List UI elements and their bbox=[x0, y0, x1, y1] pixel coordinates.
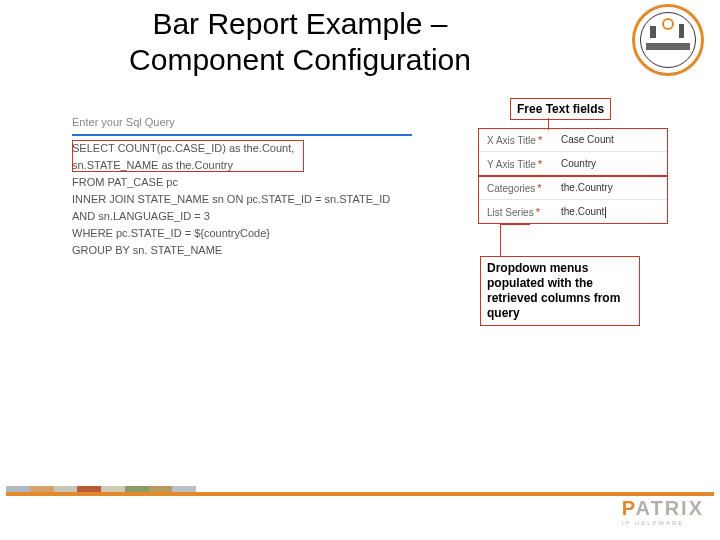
callout-connector-icon bbox=[500, 224, 501, 256]
sql-line: AND sn.LANGUAGE_ID = 3 bbox=[72, 208, 412, 225]
divider bbox=[72, 134, 412, 136]
page-title: Bar Report Example – Component Configura… bbox=[80, 6, 520, 78]
list-series-row: List Series* the.Count bbox=[479, 200, 668, 224]
x-axis-title-row: X Axis Title* Case Count bbox=[479, 128, 668, 152]
chart-config-panel: X Axis Title* Case Count Y Axis Title* C… bbox=[478, 128, 668, 224]
sql-line: SELECT COUNT(pc.CASE_ID) as the.Count, bbox=[72, 140, 412, 157]
sql-line: WHERE pc.STATE_ID = ${countryCode} bbox=[72, 225, 412, 242]
brand-logo: PATRIX IP HELPWARE bbox=[622, 497, 704, 526]
x-axis-title-label: X Axis Title* bbox=[479, 134, 557, 146]
sql-query-textarea[interactable]: SELECT COUNT(pc.CASE_ID) as the.Count, s… bbox=[72, 140, 412, 259]
free-text-callout: Free Text fields bbox=[510, 98, 611, 120]
callout-connector-icon bbox=[548, 118, 549, 130]
sql-line: GROUP BY sn. STATE_NAME bbox=[72, 242, 412, 259]
brand-subtitle: IP HELPWARE bbox=[622, 520, 704, 526]
text-cursor-icon bbox=[605, 207, 606, 218]
list-series-select[interactable]: the.Count bbox=[557, 206, 606, 218]
categories-select[interactable]: the.Country bbox=[557, 182, 613, 193]
footer-bar bbox=[6, 492, 714, 496]
list-series-label: List Series* bbox=[479, 206, 557, 218]
y-axis-title-input[interactable]: Country bbox=[557, 158, 596, 169]
sql-line: FROM PAT_CASE pc bbox=[72, 174, 412, 191]
conference-badge-icon bbox=[632, 4, 704, 76]
brand-name-rest: ATRIX bbox=[635, 497, 704, 519]
y-axis-title-row: Y Axis Title* Country bbox=[479, 152, 668, 176]
dropdown-callout: Dropdown menus populated with the retrie… bbox=[480, 256, 640, 326]
sql-query-section: Enter your Sql Query SELECT COUNT(pc.CAS… bbox=[72, 116, 412, 259]
x-axis-title-input[interactable]: Case Count bbox=[557, 134, 614, 145]
categories-row: Categories* the.Country bbox=[479, 176, 668, 200]
callout-connector-icon bbox=[500, 224, 530, 225]
sql-line: sn.STATE_NAME as the.Country bbox=[72, 157, 412, 174]
y-axis-title-label: Y Axis Title* bbox=[479, 158, 557, 170]
sql-query-label: Enter your Sql Query bbox=[72, 116, 412, 128]
categories-label: Categories* bbox=[479, 182, 557, 194]
sql-line: INNER JOIN STATE_NAME sn ON pc.STATE_ID … bbox=[72, 191, 412, 208]
